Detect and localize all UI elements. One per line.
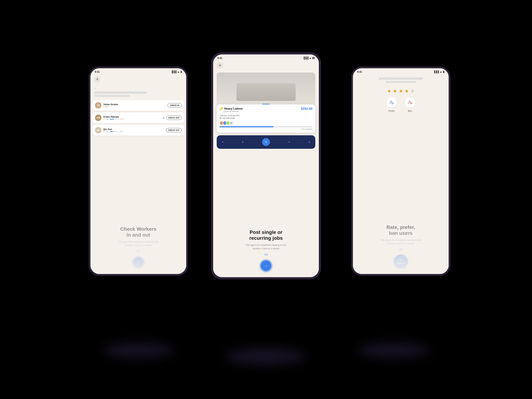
svg-point-2 <box>409 101 410 102</box>
progress-fill <box>110 119 114 120</box>
worker-info: Julian Gruber ★ 4.5 <box>103 103 168 108</box>
center-nav-btn-outline: → <box>260 260 272 272</box>
back-button[interactable]: ← <box>94 85 183 91</box>
worker-list: JG Julian Gruber ★ 4.5 CHECK IN AH <box>90 100 186 183</box>
progress-bar <box>110 119 119 120</box>
center-screen-bottom: Post single orrecurring jobs This app is… <box>213 152 319 277</box>
center-time: 9:41 <box>217 57 222 59</box>
right-placeholder-1 <box>379 77 423 80</box>
ban-icon-circle[interactable] <box>404 97 416 108</box>
workers-count: 7/12 workers <box>220 128 312 130</box>
worker-rating: ★ 4.5 05:32 <box>103 118 163 120</box>
right-screen-desc: This app is for employers looking to hir… <box>380 238 421 245</box>
left-status-icons: ▐▐▐ ▲ ▮ <box>171 70 182 73</box>
left-status-bar: 9:41 ▐▐▐ ▲ ▮ <box>90 68 186 74</box>
phone-left: 9:41 ▐▐▐ ▲ ▮ ✕ ← <box>89 66 188 276</box>
center-status-icons: ▐▐▐ ▲ ■ <box>303 57 315 59</box>
worker-rating: ★ 3.5 10:3 <box>103 131 166 133</box>
get-started-button[interactable]: GetStarted <box>394 254 408 269</box>
scene: 9:41 ▐▐▐ ▲ ▮ ✕ ← <box>53 31 479 368</box>
left-close-button[interactable]: ✕ <box>94 76 100 82</box>
placeholder-bar-1 <box>94 91 147 94</box>
right-status-bar: 9:41 ▐▐▐ ▲ ▮ <box>353 68 449 74</box>
worker-avatars: +5 <box>220 121 233 125</box>
stars-row: ★ ★ ★ ★ ★ <box>353 88 449 94</box>
signal-icon: ▐▐▐ <box>303 57 308 59</box>
left-page-indicator: 2/3 <box>137 250 140 253</box>
worker-item: AH Anaru Hakopa ★ 4.5 05:32 <box>92 112 184 123</box>
right-placeholder-area <box>353 74 449 85</box>
arrow-right-icon: → <box>137 260 140 265</box>
job-address: 21025 84 Avenue <box>223 110 243 112</box>
worker-info: Qiu Xun ★ 3.5 10:3 <box>103 128 166 133</box>
worker-avatar: JG <box>95 102 101 108</box>
job-popup-card: 🔑 Heavy Labour 21025 84 Avenue $292.89 7… <box>217 104 315 133</box>
rating-value: 4.5 <box>106 118 108 120</box>
star-icon: ★ <box>103 131 105 133</box>
center-page-indicator: 1/3 <box>264 253 268 256</box>
wifi-icon: ▲ <box>309 57 311 59</box>
rating-value: 3.5 <box>106 131 108 133</box>
arrow-right-icon: → <box>264 264 268 268</box>
worker-item: JG Julian Gruber ★ 4.5 CHECK IN <box>92 100 184 111</box>
job-progress-bar <box>220 126 312 127</box>
center-close-button[interactable]: ✕ <box>217 62 223 69</box>
left-time: 9:41 <box>95 70 100 73</box>
job-popup-header: 🔑 Heavy Labour 21025 84 Avenue $292.89 <box>220 107 312 114</box>
job-break: 30 min paid break <box>220 117 312 119</box>
wifi-icon: ▲ <box>177 70 180 73</box>
svg-point-0 <box>391 101 392 102</box>
phone-left-inner: 9:41 ▐▐▐ ▲ ▮ ✕ ← <box>90 68 186 274</box>
job-image-placeholder <box>217 73 315 108</box>
ban-action-item: Ban <box>404 97 416 112</box>
tab-icon-1[interactable] <box>222 141 223 143</box>
worker-rating: ★ 4.5 <box>103 106 168 108</box>
worker-info: Anaru Hakopa ★ 4.5 05:32 <box>103 115 163 120</box>
progress-fill <box>110 131 113 132</box>
tab-icon-2[interactable] <box>242 141 243 143</box>
phone-center-inner: 9:41 ▐▐▐ ▲ ■ ✕ <box>213 54 319 277</box>
job-title-row: 🔑 Heavy Labour <box>220 107 243 110</box>
job-key-icon: 🔑 <box>220 107 223 110</box>
check-in-button[interactable]: CHECK IN <box>168 103 182 108</box>
left-nav-button[interactable]: → <box>133 257 144 268</box>
right-page-indicator: 3/3 <box>399 248 402 251</box>
phone-right: 9:41 ▐▐▐ ▲ ▮ ★ ★ ★ ★ <box>351 66 450 276</box>
shadow-center <box>226 348 306 364</box>
right-screen: 9:41 ▐▐▐ ▲ ▮ ★ ★ ★ ★ <box>353 68 449 274</box>
right-time: 9:41 <box>357 70 362 73</box>
star-icon: ★ <box>103 106 105 108</box>
job-title-area: 🔑 Heavy Labour 21025 84 Avenue <box>220 107 243 114</box>
center-tab-bar: + <box>217 135 315 149</box>
job-card-area: 🔑 Heavy Labour 21025 84 Avenue $292.89 7… <box>213 73 319 133</box>
job-workers-row: +5 <box>220 121 312 125</box>
check-out-button[interactable]: CHECK OUT <box>166 128 182 132</box>
center-nav-button[interactable]: → <box>261 260 271 271</box>
tab-icon-3[interactable] <box>289 141 290 143</box>
prefer-icon-circle[interactable] <box>386 97 397 108</box>
shadow-left <box>103 343 174 357</box>
star-1: ★ <box>387 88 391 94</box>
action-row: Prefer Ban <box>353 97 449 112</box>
left-top-area: ← <box>90 85 186 100</box>
progress-bar <box>110 131 119 132</box>
right-screen-bottom: Rate, prefer,ban users This app is for e… <box>353 116 449 274</box>
check-out-button[interactable]: CHECK OUT <box>166 116 182 120</box>
worker-item: QX Qiu Xun ★ 3.5 10:3 <box>92 125 184 135</box>
right-placeholder-2 <box>385 81 416 83</box>
job-progress-fill <box>220 126 273 127</box>
tab-icon-4[interactable] <box>309 141 310 143</box>
swap-icon: ⇄ <box>163 116 165 119</box>
placeholder-bar-2 <box>94 95 129 97</box>
right-screen-title: Rate, prefer,ban users <box>386 224 415 236</box>
star-icon: ★ <box>103 118 105 120</box>
prefer-icon <box>389 100 394 105</box>
tab-add-button[interactable]: + <box>262 138 270 146</box>
signal-icon: ▐▐▐ <box>171 70 176 73</box>
worker-name: Julian Gruber <box>103 103 168 106</box>
right-status-icons: ▐▐▐ ▲ ▮ <box>433 70 444 73</box>
left-screen-desc: This app is for employers looking to hir… <box>118 240 159 247</box>
left-screen: 9:41 ▐▐▐ ▲ ▮ ✕ ← <box>90 68 186 274</box>
worker-avatar: QX <box>95 127 101 133</box>
prefer-label: Prefer <box>388 110 395 112</box>
